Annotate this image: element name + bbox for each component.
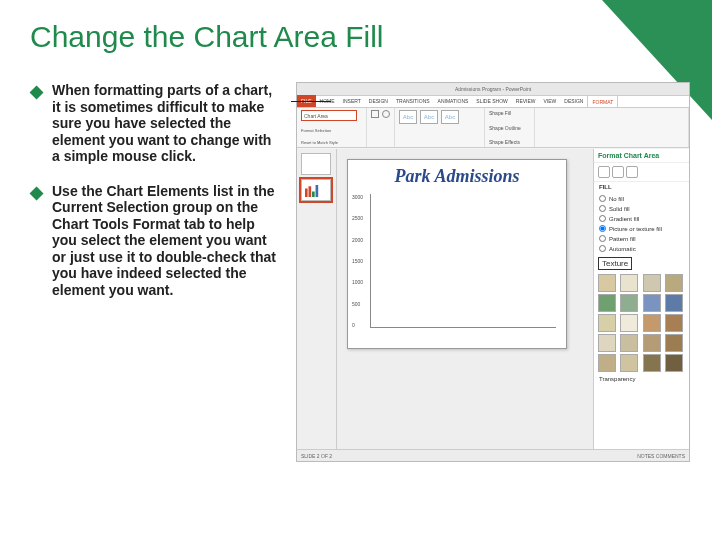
texture-swatch[interactable] bbox=[643, 354, 661, 372]
texture-button[interactable]: Texture bbox=[598, 257, 632, 270]
option-label: Gradient fill bbox=[609, 216, 639, 222]
texture-swatch[interactable] bbox=[665, 294, 683, 312]
fill-tab-icon[interactable] bbox=[598, 166, 610, 178]
format-pane-tabs bbox=[594, 163, 689, 182]
texture-swatch[interactable] bbox=[620, 274, 638, 292]
ytick: 2500 bbox=[352, 215, 368, 221]
shape-fill-button[interactable]: Shape Fill bbox=[489, 110, 530, 116]
shape-effects-button[interactable]: Shape Effects bbox=[489, 139, 530, 145]
texture-swatch[interactable] bbox=[643, 274, 661, 292]
bullet-item: ◆ When formatting parts of a chart, it i… bbox=[30, 82, 282, 165]
slide-thumbnails bbox=[297, 149, 337, 449]
chart-title: Park Admissions bbox=[348, 160, 566, 189]
reset-style-label[interactable]: Reset to Match Style bbox=[301, 140, 362, 145]
bullet-marker-icon: ◆ bbox=[30, 83, 44, 165]
option-label: Picture or texture fill bbox=[609, 226, 662, 232]
tab-review[interactable]: REVIEW bbox=[512, 95, 540, 107]
tab-transitions[interactable]: TRANSITIONS bbox=[392, 95, 434, 107]
texture-swatch[interactable] bbox=[643, 314, 661, 332]
shape-outline-button[interactable]: Shape Outline bbox=[489, 125, 530, 131]
format-selection-label[interactable]: Format Selection bbox=[301, 128, 362, 133]
status-right: NOTES COMMENTS bbox=[637, 453, 685, 459]
bullet-text: Use the Chart Elements list in the Curre… bbox=[52, 183, 282, 299]
thumbnail-slide-1[interactable] bbox=[301, 153, 331, 175]
ribbon-tabs: FILE HOME INSERT DESIGN TRANSITIONS ANIM… bbox=[297, 96, 689, 108]
ytick: 3000 bbox=[352, 194, 368, 200]
texture-swatch[interactable] bbox=[620, 314, 638, 332]
texture-swatch[interactable] bbox=[598, 314, 616, 332]
bullet-list: ◆ When formatting parts of a chart, it i… bbox=[30, 82, 282, 462]
fill-option[interactable]: Gradient fill bbox=[599, 215, 684, 222]
tab-animations[interactable]: ANIMATIONS bbox=[434, 95, 473, 107]
tab-chart-format[interactable]: FORMAT bbox=[587, 95, 618, 107]
radio-icon[interactable] bbox=[599, 195, 606, 202]
thumbnail-slide-2[interactable] bbox=[301, 179, 331, 201]
texture-swatch[interactable] bbox=[598, 354, 616, 372]
shape-style-preset[interactable]: Abc bbox=[399, 110, 417, 124]
shape-style-preset[interactable]: Abc bbox=[420, 110, 438, 124]
texture-swatch[interactable] bbox=[643, 294, 661, 312]
texture-swatch[interactable] bbox=[665, 314, 683, 332]
shape-style-preset[interactable]: Abc bbox=[441, 110, 459, 124]
tab-design[interactable]: DESIGN bbox=[365, 95, 392, 107]
option-label: Solid fill bbox=[609, 206, 630, 212]
texture-swatch[interactable] bbox=[643, 334, 661, 352]
texture-swatch[interactable] bbox=[665, 274, 683, 292]
ytick: 0 bbox=[352, 322, 368, 328]
transparency-row: Transparency bbox=[594, 374, 689, 384]
radio-icon[interactable] bbox=[599, 225, 606, 232]
chart-elements-dropdown[interactable]: Chart Area bbox=[301, 110, 357, 121]
texture-swatch[interactable] bbox=[620, 354, 638, 372]
fill-option[interactable]: No fill bbox=[599, 195, 684, 202]
texture-swatch[interactable] bbox=[620, 334, 638, 352]
bullet-item: ◆ Use the Chart Elements list in the Cur… bbox=[30, 183, 282, 299]
group-current-selection: Chart Area Format Selection Reset to Mat… bbox=[297, 108, 367, 147]
chart-area[interactable]: Park Admissions 0 500 1000 1500 2000 250… bbox=[347, 159, 567, 349]
ppt-window-title: Admissions Program - PowerPoint bbox=[455, 86, 531, 92]
fill-options: No fill Solid fill Gradient fill Picture… bbox=[594, 192, 689, 255]
ytick: 2000 bbox=[352, 237, 368, 243]
ytick: 1500 bbox=[352, 258, 368, 264]
texture-swatch[interactable] bbox=[598, 334, 616, 352]
format-pane-header: Format Chart Area bbox=[594, 149, 689, 163]
fill-option[interactable]: Automatic bbox=[599, 245, 684, 252]
bullet-marker-icon: ◆ bbox=[30, 184, 44, 299]
format-pane: Format Chart Area FILL No fill Solid fil… bbox=[593, 149, 689, 449]
ribbon: Chart Area Format Selection Reset to Mat… bbox=[297, 108, 689, 148]
effects-tab-icon[interactable] bbox=[612, 166, 624, 178]
tab-view[interactable]: VIEW bbox=[540, 95, 561, 107]
callout-line bbox=[291, 101, 331, 102]
group-shape-styles: Abc Abc Abc bbox=[395, 108, 485, 147]
shape-icon[interactable] bbox=[382, 110, 390, 118]
option-label: Pattern fill bbox=[609, 236, 636, 242]
texture-swatch[interactable] bbox=[598, 294, 616, 312]
radio-icon[interactable] bbox=[599, 205, 606, 212]
bullet-text: When formatting parts of a chart, it is … bbox=[52, 82, 282, 165]
tab-chart-design[interactable]: DESIGN bbox=[560, 95, 587, 107]
tab-insert[interactable]: INSERT bbox=[339, 95, 365, 107]
texture-swatches bbox=[594, 272, 689, 374]
transparency-label: Transparency bbox=[599, 376, 635, 382]
status-slide-count: SLIDE 2 OF 2 bbox=[301, 453, 332, 459]
texture-swatch[interactable] bbox=[665, 334, 683, 352]
radio-icon[interactable] bbox=[599, 235, 606, 242]
ppt-screenshot: Admissions Program - PowerPoint FILE HOM… bbox=[296, 82, 690, 462]
fill-option[interactable]: Pattern fill bbox=[599, 235, 684, 242]
group-wordart-size bbox=[535, 108, 689, 147]
fill-option[interactable]: Picture or texture fill bbox=[599, 225, 684, 232]
status-bar: SLIDE 2 OF 2 NOTES COMMENTS bbox=[297, 449, 689, 461]
shape-icon[interactable] bbox=[371, 110, 379, 118]
size-tab-icon[interactable] bbox=[626, 166, 638, 178]
texture-swatch[interactable] bbox=[620, 294, 638, 312]
tab-slideshow[interactable]: SLIDE SHOW bbox=[472, 95, 511, 107]
texture-swatch[interactable] bbox=[598, 274, 616, 292]
ytick: 1000 bbox=[352, 279, 368, 285]
texture-swatch[interactable] bbox=[665, 354, 683, 372]
fill-option[interactable]: Solid fill bbox=[599, 205, 684, 212]
ytick: 500 bbox=[352, 301, 368, 307]
slide-title: Change the Chart Area Fill bbox=[30, 20, 690, 54]
option-label: Automatic bbox=[609, 246, 636, 252]
plot-area bbox=[370, 194, 556, 328]
radio-icon[interactable] bbox=[599, 215, 606, 222]
radio-icon[interactable] bbox=[599, 245, 606, 252]
